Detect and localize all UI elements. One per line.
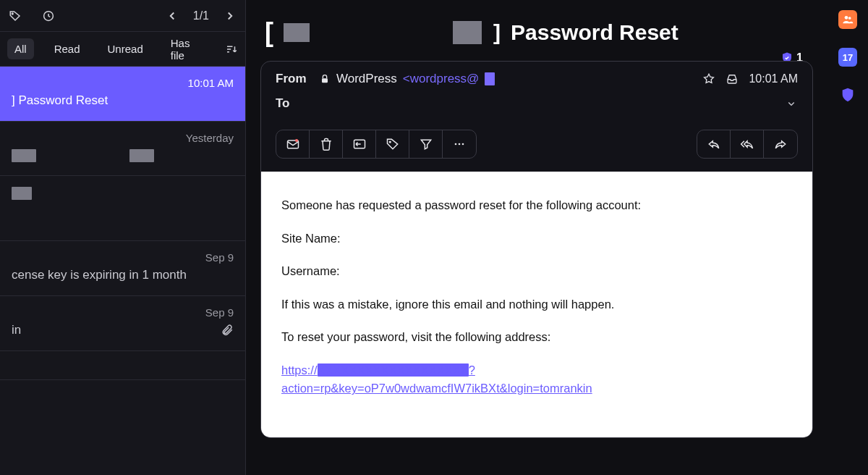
message-time: Sep 9 bbox=[205, 306, 234, 319]
body-paragraph: Site Name: bbox=[281, 230, 792, 248]
email-body: Someone has requested a password reset f… bbox=[261, 172, 812, 437]
message-row[interactable] bbox=[0, 351, 245, 380]
pager-next-icon[interactable] bbox=[224, 9, 237, 22]
label-button[interactable] bbox=[376, 130, 409, 158]
reading-pane: [ ] Password Reset 1 From WordPress <wor… bbox=[246, 0, 827, 475]
calendar-icon[interactable]: 17 bbox=[838, 48, 857, 67]
clock-icon[interactable] bbox=[42, 9, 55, 22]
star-icon[interactable] bbox=[702, 72, 715, 85]
tab-read[interactable]: Read bbox=[47, 38, 88, 59]
sort-icon[interactable] bbox=[225, 43, 238, 56]
email-time: 10:01 AM bbox=[749, 72, 798, 85]
message-time: 10:01 AM bbox=[188, 77, 234, 89]
svg-point-0 bbox=[12, 13, 13, 14]
body-paragraph: If this was a mistake, ignore this email… bbox=[281, 295, 792, 314]
svg-point-6 bbox=[389, 141, 391, 143]
mark-unread-button[interactable] bbox=[276, 130, 310, 158]
message-list-pane: 1/1 All Read Unread Has file 10:01 AM ] … bbox=[0, 0, 246, 475]
message-subject bbox=[12, 186, 234, 200]
message-row[interactable]: Sep 9 cense key is expiring in 1 month bbox=[0, 241, 245, 296]
message-row[interactable] bbox=[0, 176, 245, 241]
email-from[interactable]: WordPress <wordpress@ bbox=[319, 72, 495, 86]
body-paragraph: Username: bbox=[281, 262, 792, 281]
filter-button[interactable] bbox=[409, 130, 443, 158]
more-button[interactable] bbox=[443, 130, 476, 158]
message-subject bbox=[12, 148, 234, 162]
svg-point-9 bbox=[462, 143, 464, 146]
reset-link-paragraph: https://XXXXXXXXXXXXXXXXXXX?action=rp&ke… bbox=[281, 361, 792, 398]
body-paragraph: Someone has requested a password reset f… bbox=[281, 196, 792, 215]
chevron-down-icon[interactable] bbox=[785, 97, 798, 110]
svg-point-11 bbox=[848, 17, 851, 20]
filter-tabs: All Read Unread Has file bbox=[0, 32, 245, 67]
message-row[interactable]: Sep 9 in bbox=[0, 296, 245, 351]
email-title: [ ] Password Reset bbox=[260, 13, 813, 61]
message-time: Sep 9 bbox=[205, 251, 234, 264]
message-subject: in bbox=[12, 323, 221, 337]
svg-point-10 bbox=[845, 16, 848, 20]
tag-icon[interactable] bbox=[9, 9, 22, 22]
to-label: To bbox=[276, 96, 319, 111]
reply-button[interactable] bbox=[697, 130, 731, 158]
svg-rect-2 bbox=[322, 78, 328, 83]
message-subject: cense key is expiring in 1 month bbox=[12, 268, 234, 282]
reply-all-button[interactable] bbox=[731, 130, 764, 158]
right-rail: 17 bbox=[827, 0, 868, 475]
svg-point-8 bbox=[459, 143, 461, 146]
archive-button[interactable] bbox=[343, 130, 376, 158]
message-subject: ] Password Reset bbox=[12, 93, 234, 108]
contacts-icon[interactable] bbox=[838, 10, 857, 29]
inbox-icon[interactable] bbox=[726, 72, 739, 85]
email-from-row: From WordPress <wordpress@ bbox=[261, 62, 812, 96]
tab-all[interactable]: All bbox=[7, 38, 34, 59]
tab-hasfile[interactable]: Has file bbox=[163, 33, 212, 66]
message-row[interactable]: Yesterday bbox=[0, 122, 245, 176]
svg-point-4 bbox=[294, 139, 297, 142]
message-time: Yesterday bbox=[186, 132, 234, 144]
message-row-selected[interactable]: 10:01 AM ] Password Reset bbox=[0, 67, 245, 122]
body-paragraph: To reset your password, visit the follow… bbox=[281, 328, 792, 347]
svg-point-7 bbox=[455, 143, 457, 146]
from-label: From bbox=[276, 72, 319, 86]
pager-count: 1/1 bbox=[193, 9, 209, 22]
forward-button[interactable] bbox=[764, 130, 797, 158]
email-action-bar bbox=[261, 121, 812, 172]
pager-prev-icon[interactable] bbox=[166, 9, 179, 22]
reset-link[interactable]: https://XXXXXXXXXXXXXXXXXXX?action=rp&ke… bbox=[281, 363, 592, 395]
list-toolbar: 1/1 bbox=[0, 0, 245, 32]
trash-button[interactable] bbox=[310, 130, 343, 158]
email-to-row[interactable]: To bbox=[261, 96, 812, 121]
attachment-icon bbox=[221, 324, 234, 337]
shield-icon[interactable] bbox=[838, 85, 857, 104]
tab-unread[interactable]: Unread bbox=[101, 38, 150, 59]
email-card: From WordPress <wordpress@ bbox=[260, 61, 813, 438]
